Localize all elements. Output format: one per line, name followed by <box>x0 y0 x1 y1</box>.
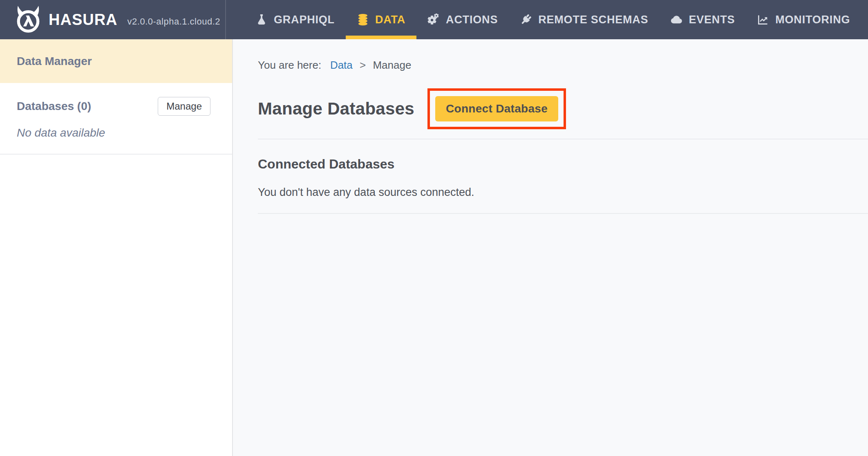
breadcrumb-prefix: You are here: <box>258 59 321 71</box>
connected-databases-title: Connected Databases <box>258 156 868 172</box>
manage-button[interactable]: Manage <box>158 97 210 116</box>
database-icon <box>357 13 369 26</box>
data-sidebar: Data Manager Databases (0) Manage No dat… <box>0 39 233 456</box>
nav-tab-label: ACTIONS <box>446 13 498 26</box>
breadcrumb: You are here: Data > Manage <box>258 58 868 72</box>
nav-tab-label: REMOTE SCHEMAS <box>538 13 648 26</box>
sidebar-item-label: Data Manager <box>17 55 92 68</box>
divider <box>258 139 868 139</box>
hasura-brand[interactable]: HASURA v2.0.0-alpha.1.cloud.2 <box>0 0 226 39</box>
flask-icon <box>255 13 268 26</box>
nav-tab-actions[interactable]: ACTIONS <box>416 0 509 39</box>
sidebar-item-data-manager[interactable]: Data Manager <box>0 39 232 83</box>
nav-tab-monitoring[interactable]: MONITORING <box>746 0 861 39</box>
nav-tab-remote-schemas[interactable]: REMOTE SCHEMAS <box>509 0 659 39</box>
chart-icon <box>757 13 769 26</box>
page-title: Manage Databases <box>258 99 414 119</box>
nav-tab-label: MONITORING <box>775 13 850 26</box>
nav-tab-label: GRAPHIQL <box>274 13 335 26</box>
breadcrumb-current: Manage <box>373 59 411 71</box>
brand-wordmark: HASURA <box>49 11 118 29</box>
sidebar-empty-text: No data available <box>17 126 210 139</box>
main-content: You are here: Data > Manage Manage Datab… <box>233 39 868 456</box>
databases-count-label: Databases (0) <box>17 100 91 113</box>
top-nav-bar: HASURA v2.0.0-alpha.1.cloud.2 GRAPHIQL D… <box>0 0 868 39</box>
nav-tab-graphiql[interactable]: GRAPHIQL <box>244 0 346 39</box>
divider <box>258 213 868 214</box>
version-label: v2.0.0-alpha.1.cloud.2 <box>128 16 221 27</box>
cloud-icon <box>670 13 682 26</box>
breadcrumb-separator: > <box>360 59 366 71</box>
nav-tab-data[interactable]: DATA <box>346 0 416 39</box>
gears-icon <box>427 13 440 26</box>
no-sources-text: You don't have any data sources connecte… <box>258 185 868 199</box>
breadcrumb-link-data[interactable]: Data <box>330 59 353 71</box>
hasura-logo-icon <box>13 4 43 36</box>
sidebar-databases-section: Databases (0) Manage No data available <box>0 83 232 155</box>
connect-database-button[interactable]: Connect Database <box>435 96 558 121</box>
main-nav: GRAPHIQL DATA ACTIONS <box>244 0 861 39</box>
nav-tab-label: EVENTS <box>689 13 735 26</box>
click-highlight-box: Connect Database <box>427 88 566 129</box>
nav-tab-label: DATA <box>375 13 405 26</box>
plug-icon <box>520 13 532 26</box>
nav-tab-events[interactable]: EVENTS <box>659 0 746 39</box>
